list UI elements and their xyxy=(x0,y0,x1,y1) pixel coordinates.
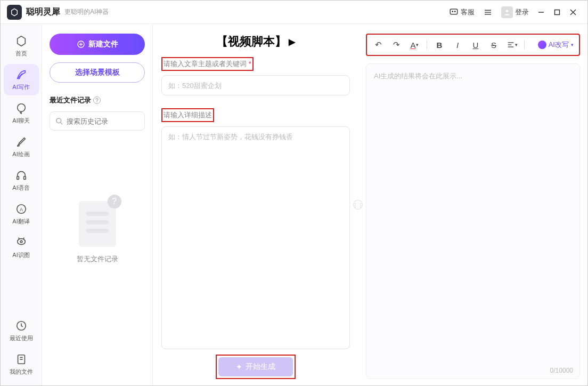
search-input[interactable] xyxy=(67,117,156,125)
clock-icon xyxy=(15,319,28,332)
middle-panel: 【视频脚本】 ▶ 请输入文章主题或者关键词 * 请输入详细描述 ✦ 开始生成 xyxy=(153,24,358,385)
feather-icon xyxy=(15,68,28,81)
undo-button[interactable]: ↶ xyxy=(372,39,384,51)
align-button[interactable]: ▾ xyxy=(506,39,518,51)
strike-button[interactable]: S xyxy=(488,39,500,51)
login-button[interactable]: 登录 xyxy=(497,4,533,20)
required-mark: * xyxy=(249,60,251,68)
generate-highlight: ✦ 开始生成 xyxy=(216,355,296,379)
sidebar-label: AI绘画 xyxy=(12,150,29,158)
output-area[interactable]: AI生成的结果将会在此展示... 0/10000 xyxy=(366,63,580,379)
svg-line-26 xyxy=(60,122,62,124)
sidebar-label: AI翻译 xyxy=(12,218,29,226)
svg-rect-0 xyxy=(450,9,458,14)
bold-button[interactable]: B xyxy=(434,39,445,51)
chat-icon xyxy=(15,102,28,115)
ai-rewrite-button[interactable]: AI改写 ▾ xyxy=(538,40,574,50)
redo-icon: ↷ xyxy=(393,40,400,50)
bold-icon: B xyxy=(437,41,443,50)
page-title: 【视频脚本】 ▶ xyxy=(161,34,350,50)
menu-button[interactable] xyxy=(479,5,497,19)
topic-label-text: 请输入文章主题或者关键词 xyxy=(164,60,247,68)
svg-point-6 xyxy=(506,10,509,12)
sidebar-item-draw[interactable]: AI绘画 xyxy=(4,131,39,163)
login-label: 登录 xyxy=(515,7,529,17)
avatar-icon xyxy=(501,6,513,18)
output-placeholder: AI生成的结果将会在此展示... xyxy=(374,72,462,80)
generate-button[interactable]: ✦ 开始生成 xyxy=(218,357,293,376)
hamburger-icon xyxy=(483,7,493,17)
toolbar-separator xyxy=(427,40,427,50)
sidebar-item-translate[interactable]: A AI翻译 xyxy=(4,198,39,230)
detail-label: 请输入详细描述 xyxy=(161,108,214,122)
detail-label-text: 请输入详细描述 xyxy=(164,111,212,119)
sidebar-item-voice[interactable]: AI语音 xyxy=(4,165,39,196)
close-button[interactable] xyxy=(565,4,581,20)
translate-icon: A xyxy=(15,203,28,215)
sidebar-label: 最近使用 xyxy=(10,334,33,342)
app-name: 聪明灵犀 xyxy=(26,6,60,18)
title-text: 【视频脚本】 xyxy=(216,34,287,50)
empty-state: ? 暂无文件记录 xyxy=(50,195,145,264)
italic-button[interactable]: I xyxy=(452,39,463,51)
play-icon: ▶ xyxy=(289,37,295,47)
ai-rewrite-icon xyxy=(538,41,546,49)
question-icon: ? xyxy=(108,195,121,208)
new-file-button[interactable]: 新建文件 xyxy=(50,34,145,55)
support-button[interactable]: 客服 xyxy=(445,5,479,19)
sidebar-label: AI识图 xyxy=(12,251,29,259)
sidebar-label: AI聊天 xyxy=(12,117,29,125)
choose-template-button[interactable]: 选择场景模板 xyxy=(50,62,145,83)
app-logo-icon xyxy=(7,5,22,20)
ai-rewrite-label: AI改写 xyxy=(549,40,569,50)
svg-text:A: A xyxy=(19,207,23,212)
sidebar-label: AI写作 xyxy=(12,83,29,91)
svg-rect-14 xyxy=(23,176,26,180)
char-count: 0/10000 xyxy=(550,367,573,374)
generate-label: 开始生成 xyxy=(246,362,275,372)
sidebar-item-recent[interactable]: 最近使用 xyxy=(4,315,39,347)
search-box[interactable] xyxy=(50,111,145,131)
app-subtitle: 更聪明的AI神器 xyxy=(64,7,109,17)
file-icon xyxy=(15,353,28,366)
sidebar-item-image[interactable]: AI识图 xyxy=(4,232,39,263)
main-area: 首页 AI写作 AI聊天 AI绘画 AI语音 A AI翻译 AI识图 xyxy=(1,24,587,385)
titlebar: 聪明灵犀 更聪明的AI神器 客服 登录 xyxy=(1,1,587,24)
brush-icon xyxy=(15,135,28,148)
svg-point-17 xyxy=(20,240,22,243)
svg-point-12 xyxy=(17,104,25,112)
undo-icon: ↶ xyxy=(375,40,382,50)
sparkle-icon: ✦ xyxy=(236,363,242,371)
help-icon[interactable]: ? xyxy=(93,96,101,104)
recent-files-label: 最近文件记录 ? xyxy=(50,95,145,105)
underline-button[interactable]: U xyxy=(470,39,481,51)
sidebar-item-home[interactable]: 首页 xyxy=(4,30,39,62)
redo-button[interactable]: ↷ xyxy=(390,39,402,51)
svg-point-2 xyxy=(455,11,456,12)
sidebar-item-myfiles[interactable]: 我的文件 xyxy=(4,349,39,380)
sidebar-label: 首页 xyxy=(15,50,27,58)
sidebar-label: AI语音 xyxy=(12,184,29,192)
camera-icon xyxy=(15,236,28,249)
svg-point-25 xyxy=(56,118,61,123)
maximize-button[interactable] xyxy=(549,4,565,20)
headphone-icon xyxy=(15,169,28,182)
topic-input[interactable] xyxy=(161,75,350,95)
font-color-button[interactable]: A▾ xyxy=(409,39,420,51)
empty-text: 暂无文件记录 xyxy=(77,254,118,264)
sidebar-item-chat[interactable]: AI聊天 xyxy=(4,98,39,129)
chat-bubble-icon xyxy=(449,7,459,17)
minimize-button[interactable] xyxy=(533,4,549,20)
drag-handle-icon[interactable]: ⋮⋮ xyxy=(353,200,363,210)
detail-textarea[interactable] xyxy=(161,126,350,349)
underline-icon: U xyxy=(473,41,479,50)
recent-label-text: 最近文件记录 xyxy=(50,95,91,105)
sidebar-item-writing[interactable]: AI写作 xyxy=(4,64,39,95)
sidebar: 首页 AI写作 AI聊天 AI绘画 AI语音 A AI翻译 AI识图 xyxy=(1,24,42,385)
search-icon xyxy=(55,117,63,125)
align-icon xyxy=(507,41,515,49)
left-panel: 新建文件 选择场景模板 最近文件记录 ? ? 暂无文件记录 xyxy=(42,24,153,385)
italic-icon: I xyxy=(456,41,459,50)
home-icon xyxy=(15,35,28,47)
plus-circle-icon xyxy=(77,40,85,49)
